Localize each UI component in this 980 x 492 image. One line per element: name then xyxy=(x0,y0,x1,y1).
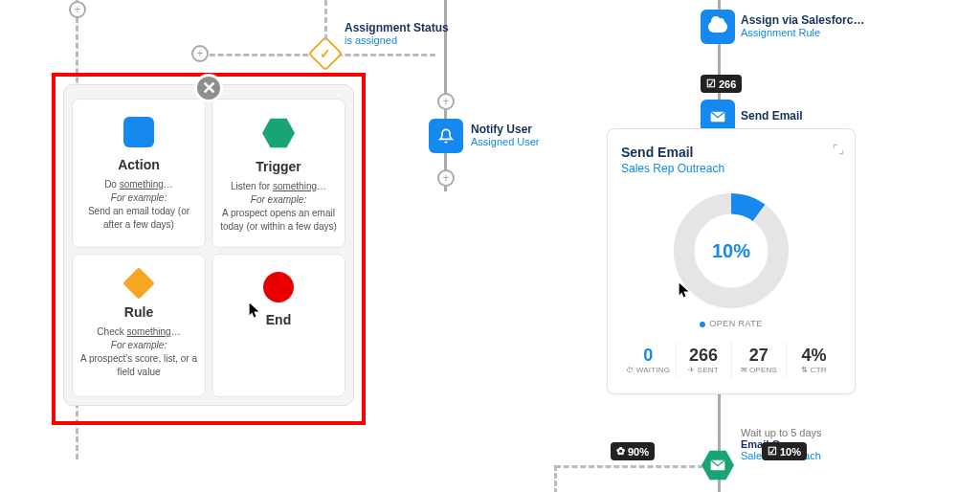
count-badge: ☑266 xyxy=(701,75,742,93)
node-label: Assignment Status is assigned xyxy=(345,21,449,46)
card-desc: Do something… For example: Send an email… xyxy=(80,178,197,232)
palette-card-rule[interactable]: Rule Check something… For example: A pro… xyxy=(72,254,206,397)
palette-card-action[interactable]: Action Do something… For example: Send a… xyxy=(72,99,206,248)
percent-badge: ✿90% xyxy=(611,442,655,460)
trigger-node-email-open[interactable] xyxy=(702,449,734,481)
close-icon: ✕ xyxy=(202,78,216,99)
card-title: End xyxy=(266,312,291,327)
rule-shape-icon xyxy=(122,267,155,300)
step-palette-highlight: ✕ Action Do something… For example: Send… xyxy=(52,73,366,425)
metric-ctr: 4% ⇅CTR xyxy=(787,342,841,378)
card-desc: Check something… For example: A prospect… xyxy=(80,325,197,379)
palette-card-end[interactable]: End xyxy=(212,254,345,397)
node-label: Notify User Assigned User xyxy=(471,123,540,147)
check-icon: ☑ xyxy=(706,78,716,90)
node-label: Assign via Salesforc… Assignment Rule xyxy=(741,13,864,38)
metric-waiting: 0 ⏱WAITING xyxy=(621,342,677,378)
end-shape-icon xyxy=(263,272,294,302)
report-subtitle: Sales Rep Outreach xyxy=(621,162,841,175)
bell-icon xyxy=(438,128,454,144)
add-step-node[interactable]: + xyxy=(437,93,455,110)
metric-sent: 266 ✈SENT xyxy=(677,342,732,378)
add-step-node[interactable]: + xyxy=(69,1,86,18)
card-desc: Listen for something… For example: A pro… xyxy=(220,180,337,234)
palette-card-trigger[interactable]: Trigger Listen for something… For exampl… xyxy=(212,99,345,248)
flow-line xyxy=(555,465,703,468)
action-node-notify[interactable] xyxy=(429,119,463,153)
mail-icon xyxy=(710,111,725,123)
plus-icon: + xyxy=(442,172,449,184)
metric-opens: 27 ✉OPENS xyxy=(732,342,788,378)
add-step-node[interactable]: + xyxy=(191,45,209,62)
plus-icon: + xyxy=(196,48,203,59)
step-palette: ✕ Action Do something… For example: Send… xyxy=(63,84,354,406)
decision-node-assignment[interactable]: ✓ xyxy=(308,36,344,72)
expand-icon xyxy=(832,143,845,156)
percent-badge: ☑10% xyxy=(762,442,807,460)
action-node-assign-sf[interactable] xyxy=(701,10,735,44)
metrics-row: 0 ⏱WAITING 266 ✈SENT 27 ✉OPENS 4% ⇅CTR xyxy=(621,342,841,378)
add-step-node[interactable]: + xyxy=(437,169,455,187)
report-title: Send Email xyxy=(621,145,841,160)
cloud-icon xyxy=(708,21,727,33)
mail-open-icon xyxy=(710,459,725,471)
cursor-icon xyxy=(249,302,260,318)
gear-icon: ✿ xyxy=(616,445,625,458)
close-palette-button[interactable]: ✕ xyxy=(194,74,223,102)
cursor-icon xyxy=(679,282,690,298)
check-icon: ✓ xyxy=(320,46,331,61)
check-icon: ☑ xyxy=(768,445,777,458)
flow-canvas[interactable]: + + + + ✓ Assignment Status is assigned … xyxy=(0,0,980,492)
plus-icon: + xyxy=(74,4,80,15)
card-title: Rule xyxy=(124,304,153,320)
node-label: Send Email xyxy=(741,109,803,123)
flow-line xyxy=(554,465,557,492)
chart-legend: OPEN RATE xyxy=(621,319,841,328)
plus-icon: + xyxy=(442,96,449,107)
card-title: Trigger xyxy=(256,159,301,174)
card-title: Action xyxy=(118,157,160,172)
flow-line xyxy=(324,0,327,40)
action-shape-icon xyxy=(123,117,154,147)
email-report-card[interactable]: Send Email Sales Rep Outreach 10% OPEN R… xyxy=(607,128,856,394)
trigger-shape-icon xyxy=(262,117,295,149)
